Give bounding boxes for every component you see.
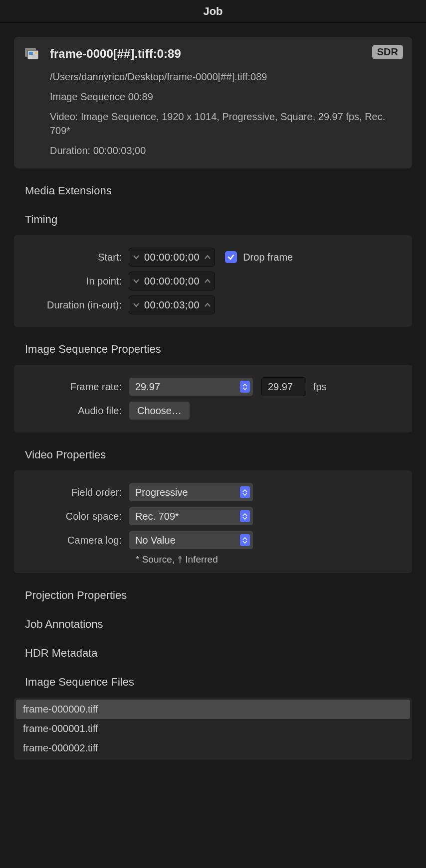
drop-frame-label: Drop frame [243, 252, 293, 263]
inpoint-timecode-field[interactable]: 00:00:00;00 [129, 272, 215, 290]
cameralog-value: No Value [135, 535, 176, 546]
start-value[interactable]: 00:00:00;00 [142, 252, 202, 263]
section-hdr-metadata[interactable]: HDR Metadata [25, 647, 412, 660]
section-projection-properties[interactable]: Projection Properties [25, 589, 412, 602]
duration-timecode-field[interactable]: 00:00:03;00 [129, 295, 215, 314]
fieldorder-value: Progressive [135, 487, 188, 498]
svg-rect-2 [29, 52, 33, 55]
section-media-extensions[interactable]: Media Extensions [25, 184, 412, 197]
framerate-select-value: 29.97 [135, 381, 160, 393]
image-sequence-icon [25, 48, 40, 63]
duration-label: Duration (in-out): [24, 299, 129, 311]
section-image-sequence-files[interactable]: Image Sequence Files [25, 676, 412, 689]
isp-panel: Frame rate: 29.97 29.97 fps Audio file: … [14, 365, 412, 433]
svg-point-3 [35, 52, 37, 54]
chevron-down-icon[interactable] [133, 255, 139, 260]
chevron-down-icon[interactable] [133, 279, 139, 284]
inpoint-label: In point: [24, 276, 129, 287]
timing-panel: Start: 00:00:00;00 Drop frame In point: … [14, 235, 412, 327]
select-arrows-icon [240, 510, 250, 522]
window-title: Job [0, 0, 426, 23]
job-title: frame-0000[##].tiff:0:89 [50, 47, 401, 61]
list-item[interactable]: frame-000001.tiff [16, 719, 410, 738]
framerate-select[interactable]: 29.97 [129, 377, 253, 396]
job-duration: Duration: 00:00:03;00 [50, 144, 401, 157]
duration-value[interactable]: 00:00:03;00 [142, 299, 202, 311]
list-item[interactable]: frame-000000.tiff [16, 700, 410, 719]
section-video-properties[interactable]: Video Properties [25, 448, 412, 461]
fieldorder-label: Field order: [24, 487, 129, 498]
vp-panel: Field order: Progressive Color space: Re… [14, 470, 412, 573]
start-label: Start: [24, 252, 129, 263]
audiofile-label: Audio file: [24, 405, 129, 417]
select-arrows-icon [240, 486, 250, 498]
vp-footnote: * Source, † Inferred [136, 554, 402, 565]
chevron-up-icon[interactable] [205, 279, 211, 284]
colorspace-label: Color space: [24, 511, 129, 522]
colorspace-value: Rec. 709* [135, 511, 179, 522]
section-timing[interactable]: Timing [25, 213, 412, 226]
job-path: /Users/dannyrico/Desktop/frame-0000[##].… [50, 70, 401, 84]
inpoint-value[interactable]: 00:00:00;00 [142, 276, 202, 287]
job-sequence: Image Sequence 00:89 [50, 90, 401, 104]
chevron-up-icon[interactable] [205, 255, 211, 260]
job-video-info: Video: Image Sequence, 1920 x 1014, Prog… [50, 110, 401, 138]
framerate-label: Frame rate: [24, 381, 129, 393]
choose-audio-button[interactable]: Choose… [129, 401, 190, 420]
cameralog-select[interactable]: No Value [129, 531, 253, 550]
select-arrows-icon [240, 534, 250, 546]
section-image-sequence-properties[interactable]: Image Sequence Properties [25, 343, 412, 356]
framerate-unit: fps [313, 381, 327, 393]
chevron-down-icon[interactable] [133, 302, 139, 307]
select-arrows-icon [240, 381, 250, 393]
sdr-badge: SDR [372, 45, 403, 59]
section-job-annotations[interactable]: Job Annotations [25, 618, 412, 631]
list-item[interactable]: frame-000002.tiff [16, 738, 410, 758]
start-timecode-field[interactable]: 00:00:00;00 [129, 248, 215, 267]
colorspace-select[interactable]: Rec. 709* [129, 507, 253, 526]
fieldorder-select[interactable]: Progressive [129, 483, 253, 502]
image-sequence-file-list: frame-000000.tiff frame-000001.tiff fram… [14, 698, 412, 760]
framerate-number-field[interactable]: 29.97 [261, 377, 306, 396]
job-info-card: frame-0000[##].tiff:0:89 /Users/dannyric… [14, 37, 412, 168]
cameralog-label: Camera log: [24, 535, 129, 546]
chevron-up-icon[interactable] [205, 302, 211, 307]
drop-frame-checkbox[interactable] [225, 251, 237, 263]
